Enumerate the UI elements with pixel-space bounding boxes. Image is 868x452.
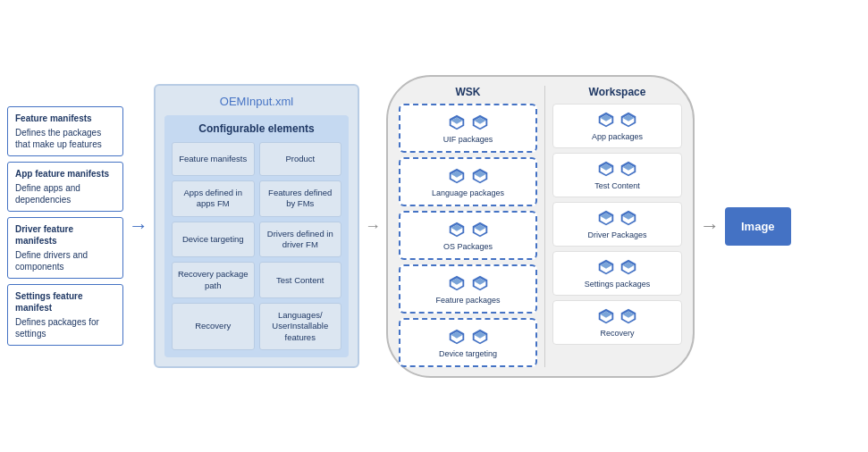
workspace-section: Workspace App packages (552, 86, 682, 367)
package-icon-uif-2 (470, 113, 490, 132)
sidebar-item-driver-feature-manifests: Driver feature manifests Define drivers … (7, 217, 123, 279)
package-icon-dev-1 (447, 327, 467, 347)
package-icon-app-ws-1 (596, 110, 616, 130)
workspace-item-recovery: Recovery (552, 300, 682, 345)
config-cell-drivers-defined: Drivers defined in driver FM (259, 222, 342, 258)
package-icon-os-2 (470, 220, 490, 239)
workspace-item-driver: Driver Packages (552, 202, 682, 247)
package-icon-set-ws-1 (596, 257, 616, 277)
configurable-elements-title: Configurable elements (172, 122, 341, 135)
config-cell-languages: Languages/ UserInstallable features (259, 303, 342, 350)
config-cell-features-defined: Features defined by FMs (259, 180, 342, 217)
config-cell-apps-defined: Apps defined in apps FM (172, 180, 255, 217)
wsk-item-language: Language packages (399, 157, 537, 206)
workspace-item-recovery-label: Recovery (600, 329, 634, 338)
workspace-title: Workspace (589, 86, 646, 98)
package-icon-rec-ws-1 (596, 306, 616, 326)
wsk-item-device: Device targeting (399, 318, 537, 367)
package-icon-drv-ws-1 (596, 208, 616, 228)
config-cell-product: Product (259, 142, 342, 176)
sidebar-to-oem-arrow: → (129, 214, 148, 238)
package-icon-rec-ws-2 (619, 306, 638, 326)
package-icon-dev-2 (470, 327, 490, 347)
main-container: Feature manifests Defines the packages t… (0, 0, 868, 452)
wsk-item-feature: Feature packages (399, 264, 537, 314)
package-icon-os-1 (447, 220, 467, 239)
package-icon-app-ws-2 (619, 110, 638, 130)
wsk-item-device-icons (447, 327, 490, 347)
workspace-to-image-arrow: → (700, 214, 720, 238)
wsk-item-feature-icons (447, 273, 490, 293)
sidebar-item-driver-feature-manifests-desc: Define drivers and components (15, 249, 115, 272)
config-cell-test-content: Test Content (259, 262, 342, 298)
workspace-item-recovery-icons (596, 306, 638, 326)
config-cell-recovery: Recovery (172, 303, 255, 350)
wsk-item-uif-label: UIF packages (443, 135, 493, 144)
sidebar-item-settings-feature-manifest: Settings feature manifest Defines packag… (7, 284, 123, 346)
config-cell-recovery-path: Recovery package path (172, 262, 255, 298)
wsk-workspace-container: WSK UIF packages (386, 75, 695, 378)
wsk-items-list: UIF packages Language packages (399, 104, 537, 367)
wsk-item-feature-label: Feature packages (435, 296, 500, 305)
left-sidebar: Feature manifests Defines the packages t… (7, 106, 123, 346)
workspace-item-app-label: App packages (592, 132, 643, 141)
package-icon-lang-2 (470, 166, 490, 186)
workspace-item-app-icons (596, 110, 638, 130)
sidebar-item-app-feature-manifests-title: App feature manifests (15, 168, 115, 180)
wsk-item-os-icons (447, 220, 490, 239)
package-icon-lang-1 (447, 166, 467, 186)
sidebar-item-feature-manifests-title: Feature manifests (15, 113, 115, 124)
image-button[interactable]: Image (725, 207, 791, 246)
config-cell-device-targeting: Device targeting (172, 222, 255, 258)
config-cell-feature-manifests: Feature manifests (172, 142, 255, 176)
workspace-item-test-label: Test Content (594, 181, 640, 190)
package-icon-uif-1 (447, 113, 467, 132)
wsk-item-device-label: Device targeting (439, 349, 497, 358)
sidebar-item-settings-feature-manifest-title: Settings feature manifest (15, 290, 115, 314)
wsk-title: WSK (456, 86, 481, 98)
sidebar-item-app-feature-manifests: App feature manifests Define apps and de… (7, 162, 123, 212)
wsk-workspace-divider (544, 86, 545, 367)
sidebar-item-driver-feature-manifests-title: Driver feature manifests (15, 223, 115, 247)
sidebar-item-app-feature-manifests-desc: Define apps and dependencies (15, 182, 115, 205)
workspace-items-list: App packages Test Content (552, 104, 682, 345)
wsk-item-os-label: OS Packages (443, 242, 493, 251)
wsk-item-language-icons (447, 166, 490, 186)
workspace-item-test: Test Content (552, 153, 682, 197)
workspace-item-test-icons (596, 159, 638, 179)
workspace-item-settings-label: Settings packages (585, 280, 651, 289)
workspace-item-app: App packages (552, 104, 682, 148)
configurable-elements-box: Configurable elements Feature manifests … (164, 115, 349, 357)
wsk-item-os: OS Packages (399, 211, 537, 260)
oem-input-title: OEMInput.xml (164, 95, 349, 108)
workspace-item-settings-icons (596, 257, 638, 277)
wsk-section: WSK UIF packages (399, 86, 537, 367)
wsk-item-uif-icons (447, 113, 490, 132)
sidebar-item-feature-manifests-desc: Defines the packages that make up featur… (15, 127, 115, 150)
package-icon-feat-1 (447, 273, 467, 293)
wsk-item-language-label: Language packages (432, 188, 504, 197)
package-icon-test-ws-2 (619, 159, 638, 179)
workspace-item-driver-label: Driver Packages (587, 230, 646, 239)
wsk-item-uif: UIF packages (399, 104, 537, 153)
package-icon-drv-ws-2 (619, 208, 638, 228)
oem-to-wsk-arrow: → (365, 217, 381, 236)
sidebar-item-settings-feature-manifest-desc: Defines packages for settings (15, 316, 115, 339)
workspace-item-driver-icons (596, 208, 638, 228)
config-grid: Feature manifests Product Apps defined i… (172, 142, 341, 350)
package-icon-test-ws-1 (596, 159, 616, 179)
oem-input-box: OEMInput.xml Configurable elements Featu… (154, 84, 359, 368)
package-icon-set-ws-2 (619, 257, 638, 277)
package-icon-feat-2 (470, 273, 490, 293)
workspace-item-settings: Settings packages (552, 251, 682, 296)
sidebar-item-feature-manifests: Feature manifests Defines the packages t… (7, 106, 123, 156)
